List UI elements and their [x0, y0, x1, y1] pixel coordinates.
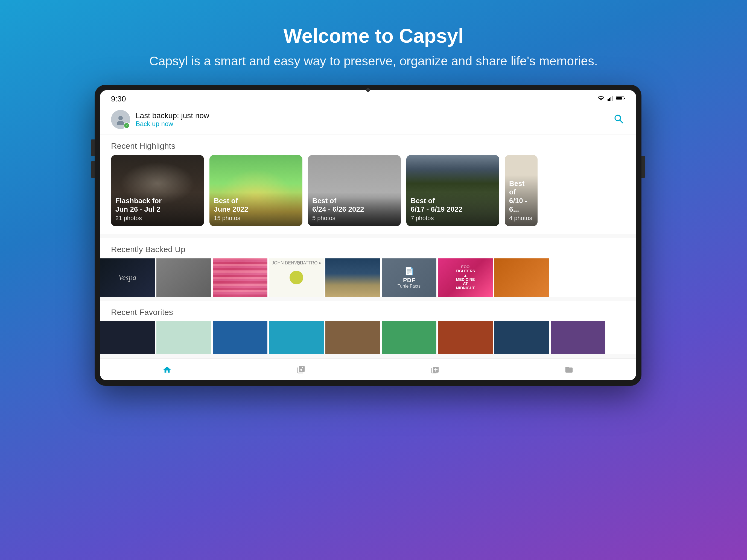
status-bar: 9:30 — [100, 90, 636, 105]
album-dot — [289, 271, 303, 284]
highlight-card-2[interactable]: Best ofJune 2022 15 photos — [209, 155, 302, 226]
backed-up-section: Recently Backed Up Vespa JOHN DENVER QUA… — [100, 238, 636, 297]
svg-rect-4 — [612, 96, 613, 101]
card-title-3: Best of6/24 - 6/26 2022 — [312, 197, 396, 213]
svg-point-9 — [117, 121, 124, 125]
highlights-scroll: Flashback forJun 26 - Jul 2 21 photos — [100, 155, 636, 234]
svg-rect-6 — [616, 97, 622, 100]
thumb-5[interactable] — [325, 258, 380, 297]
backup-now-link[interactable]: Back up now — [136, 120, 173, 127]
svg-rect-2 — [609, 98, 610, 101]
search-button[interactable] — [613, 113, 625, 126]
card-title-5: Best of6/10 - 6... — [509, 179, 533, 213]
thumb-2[interactable] — [156, 258, 211, 297]
fav-9[interactable] — [551, 321, 606, 354]
screen: 9:30 — [100, 90, 636, 380]
pdf-name: Turtle Facts — [397, 284, 420, 289]
battery-icon — [616, 96, 625, 102]
svg-point-8 — [119, 116, 123, 120]
thumb-1[interactable]: Vespa — [100, 258, 155, 297]
thumb-3[interactable] — [213, 258, 267, 297]
card-title-1: Flashback forJun 26 - Jul 2 — [115, 197, 200, 213]
card-count-4: 7 photos — [411, 215, 495, 222]
highlights-title: Recent Highlights — [100, 135, 636, 155]
card-overlay-3: Best of6/24 - 6/26 2022 5 photos — [308, 192, 401, 226]
card-count-1: 21 photos — [115, 215, 200, 222]
thumb-8[interactable] — [494, 258, 549, 297]
highlight-card-1[interactable]: Flashback forJun 26 - Jul 2 21 photos — [111, 155, 204, 226]
favorites-scroll — [100, 321, 636, 354]
signal-icon — [608, 96, 613, 102]
app-header-left: Last backup: just now Back up now — [111, 110, 209, 129]
backup-status-badge — [124, 123, 130, 128]
svg-rect-7 — [624, 98, 625, 99]
tablet-frame: 9:30 — [95, 85, 641, 386]
card-count-2: 15 photos — [214, 215, 298, 222]
highlight-card-4[interactable]: Best of6/17 - 6/19 2022 7 photos — [406, 155, 499, 226]
thumb-7[interactable]: FOOFIGHTERS▲MEDICINEATMIDNIGHT — [438, 258, 493, 297]
card-overlay-5: Best of6/10 - 6... 4 photos — [505, 175, 538, 226]
fav-7[interactable] — [438, 321, 493, 354]
card-title-4: Best of6/17 - 6/19 2022 — [411, 197, 495, 213]
content-area: Recent Highlights Flashback forJun 26 - … — [100, 135, 636, 358]
card-overlay-2: Best ofJune 2022 15 photos — [209, 192, 302, 226]
fav-4[interactable] — [269, 321, 324, 354]
bottom-nav — [100, 358, 636, 380]
nav-library[interactable] — [368, 359, 502, 380]
svg-rect-3 — [610, 97, 611, 101]
thumb-pdf[interactable]: 📄 PDF Turtle Facts — [382, 258, 436, 297]
volume-down-button[interactable] — [91, 161, 95, 178]
fav-2[interactable] — [156, 321, 211, 354]
favorites-section: Recent Favorites — [100, 301, 636, 354]
card-title-2: Best ofJune 2022 — [214, 197, 298, 213]
nav-folders[interactable] — [502, 359, 636, 380]
status-time: 9:30 — [111, 95, 126, 103]
card-count-5: 4 photos — [509, 215, 533, 222]
highlight-card-5[interactable]: Best of6/10 - 6... 4 photos — [505, 155, 538, 226]
highlight-card-3[interactable]: Best of6/24 - 6/26 2022 5 photos — [308, 155, 401, 226]
vespa-label: Vespa — [119, 273, 136, 282]
highlights-section: Recent Highlights Flashback forJun 26 - … — [100, 135, 636, 234]
pdf-icon: 📄 — [404, 266, 414, 276]
fav-3[interactable] — [213, 321, 267, 354]
thumb-album[interactable]: JOHN DENVER QUATTRO ♦ — [269, 258, 324, 297]
wifi-icon — [597, 96, 605, 102]
fav-8[interactable] — [494, 321, 549, 354]
card-overlay-1: Flashback forJun 26 - Jul 2 21 photos — [111, 192, 204, 226]
volume-up-button[interactable] — [91, 139, 95, 156]
foo-fighters-label: FOOFIGHTERS▲MEDICINEATMIDNIGHT — [456, 265, 475, 290]
page-background: Welcome to Capsyl Capsyl is a smart and … — [95, 0, 652, 386]
backed-up-title: Recently Backed Up — [100, 238, 636, 258]
fav-1[interactable] — [100, 321, 155, 354]
backup-status-text: Last backup: just now — [136, 111, 209, 120]
page-subtitle: Capsyl is a smart and easy way to preser… — [149, 54, 598, 68]
page-header: Welcome to Capsyl Capsyl is a smart and … — [95, 0, 652, 85]
card-overlay-4: Best of6/17 - 6/19 2022 7 photos — [406, 192, 499, 226]
svg-rect-1 — [608, 99, 609, 101]
fav-5[interactable] — [325, 321, 380, 354]
page-title: Welcome to Capsyl — [149, 25, 598, 47]
status-icons — [597, 96, 625, 102]
svg-point-0 — [600, 101, 601, 101]
fav-6[interactable] — [382, 321, 436, 354]
backup-info: Last backup: just now Back up now — [136, 111, 209, 128]
app-header: Last backup: just now Back up now — [100, 105, 636, 135]
favorites-title: Recent Favorites — [100, 301, 636, 321]
power-button[interactable] — [641, 156, 645, 178]
avatar[interactable] — [111, 110, 130, 129]
nav-albums[interactable] — [234, 359, 368, 380]
pdf-label: PDF — [403, 277, 415, 284]
nav-home[interactable] — [100, 359, 234, 380]
backed-up-scroll: Vespa JOHN DENVER QUATTRO ♦ — [100, 258, 636, 297]
card-count-3: 5 photos — [312, 215, 396, 222]
